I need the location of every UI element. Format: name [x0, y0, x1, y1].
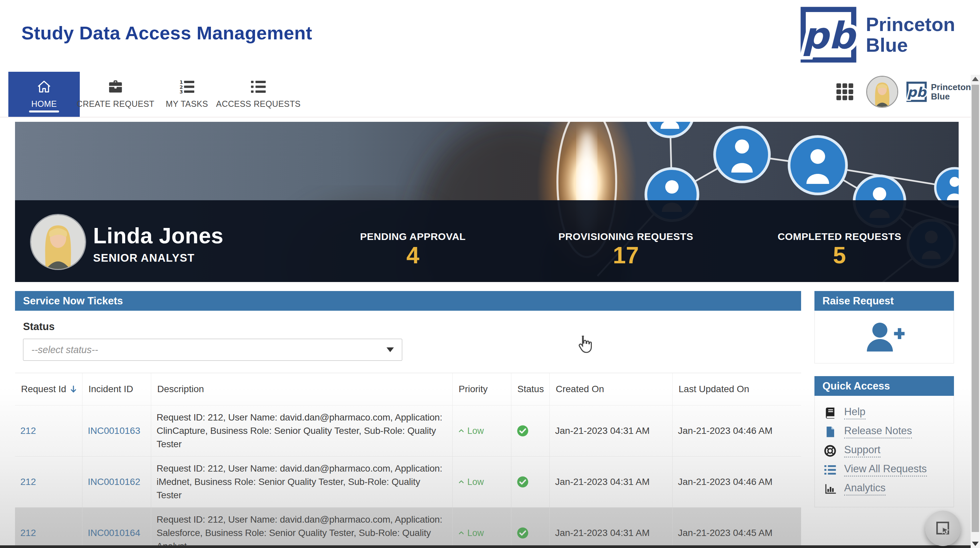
- incident-id-link[interactable]: INC0010162: [88, 477, 140, 487]
- last-updated-cell: Jan-21-2023 04:46 AM: [673, 457, 801, 507]
- quick-access-panel: Quick Access HelpRelease NotesSupportVie…: [815, 376, 954, 507]
- chevron-up-icon: [458, 530, 465, 536]
- nav-tab-access-requests[interactable]: ACCESS REQUESTS: [223, 72, 294, 117]
- hero-stat-completed-requests: COMPLETED REQUESTS5: [778, 231, 902, 267]
- request-id-cell: 212: [15, 405, 83, 456]
- cursor-box-icon: [935, 520, 951, 537]
- column-header-status[interactable]: Status: [511, 373, 550, 405]
- quick-access-links: HelpRelease NotesSupportView All Request…: [815, 396, 954, 507]
- scroll-up-arrow-icon[interactable]: [972, 77, 978, 81]
- column-header-last-updated-on[interactable]: Last Updated On: [673, 373, 801, 405]
- status-select[interactable]: --select status--: [23, 339, 402, 361]
- priority-label: Low: [467, 477, 484, 487]
- tickets-table: Request IdIncident IDDescriptionPriority…: [15, 373, 801, 548]
- status-filter-label: Status: [23, 321, 801, 333]
- panel-title: Service Now Tickets: [15, 291, 801, 311]
- request-id-link[interactable]: 212: [21, 426, 36, 436]
- quick-access-link-support[interactable]: Support: [815, 441, 954, 460]
- nav-tab-my-tasks[interactable]: 123MY TASKS: [151, 72, 223, 117]
- priority-value: Low: [458, 426, 484, 436]
- column-header-priority[interactable]: Priority: [453, 373, 511, 405]
- incident-id-cell: INC0010164: [83, 508, 151, 548]
- service-now-tickets-panel: Service Now Tickets Status --select stat…: [15, 291, 801, 548]
- check-circle-icon: [517, 476, 529, 488]
- nav-tab-create-request[interactable]: CREATE REQUEST: [80, 72, 151, 117]
- quick-access-link-release-notes[interactable]: Release Notes: [815, 422, 954, 441]
- request-id-link[interactable]: 212: [21, 477, 36, 487]
- hero-stat-provisioning-requests: PROVISIONING REQUESTS17: [558, 231, 693, 267]
- list-icon: [251, 79, 266, 94]
- quick-access-link-view-all-requests[interactable]: View All Requests: [815, 460, 954, 479]
- status-cell: [511, 457, 550, 507]
- vertical-scrollbar: [970, 75, 980, 548]
- chevron-down-icon: [387, 348, 394, 352]
- quick-access-title: Quick Access: [815, 376, 954, 396]
- incident-id-link[interactable]: INC0010164: [88, 527, 140, 538]
- created-on-cell: Jan-21-2023 04:31 AM: [550, 405, 673, 456]
- request-id-cell: 212: [15, 508, 83, 548]
- letterbox-strip: [0, 545, 980, 548]
- table-header-row: Request IdIncident IDDescriptionPriority…: [15, 373, 801, 405]
- screen-interaction-button[interactable]: [925, 511, 961, 546]
- quick-access-link-analytics[interactable]: Analytics: [815, 479, 954, 498]
- grid-icon[interactable]: [836, 83, 853, 100]
- user-avatar-large: [31, 215, 85, 269]
- request-id-link[interactable]: 212: [21, 527, 36, 538]
- priority-cell: Low: [453, 508, 511, 548]
- column-header-label: Priority: [459, 384, 488, 394]
- stat-value: 5: [778, 244, 902, 267]
- column-header-incident-id[interactable]: Incident ID: [83, 373, 151, 405]
- scrollbar-thumb[interactable]: [972, 85, 979, 532]
- column-header-description[interactable]: Description: [151, 373, 453, 405]
- brand-name: Princeton Blue: [866, 14, 955, 56]
- description-cell: Request ID: 212, User Name: david.dan@ph…: [151, 457, 453, 507]
- quick-access-label: Support: [844, 444, 881, 457]
- last-updated-cell: Jan-21-2023 04:45 AM: [673, 508, 801, 548]
- document-icon: [824, 426, 836, 438]
- quick-access-link-help[interactable]: Help: [815, 403, 954, 422]
- nav-tab-label: ACCESS REQUESTS: [216, 99, 301, 109]
- quick-access-label: Help: [844, 406, 865, 419]
- active-tab-underline: [29, 110, 59, 113]
- priority-label: Low: [467, 528, 484, 538]
- check-circle-icon: [517, 527, 529, 539]
- nav-tabs: HOMECREATE REQUEST123MY TASKSACCESS REQU…: [8, 72, 294, 117]
- table-body: 212INC0010163Request ID: 212, User Name:…: [15, 405, 801, 548]
- brand-name-line1: Princeton: [931, 83, 971, 92]
- scroll-down-arrow-icon[interactable]: [972, 542, 978, 546]
- table-row: 212INC0010162Request ID: 212, User Name:…: [15, 456, 801, 507]
- stat-label: PENDING APPROVAL: [360, 231, 466, 242]
- topbar-right: pb Princeton Blue: [836, 76, 971, 108]
- column-header-label: Created On: [556, 384, 604, 394]
- table-row: 212INC0010163Request ID: 212, User Name:…: [15, 405, 801, 456]
- nav-tab-home[interactable]: HOME: [8, 72, 80, 117]
- stat-label: PROVISIONING REQUESTS: [558, 231, 693, 242]
- right-sidebar: Raise Request Quick Access HelpRelease N…: [815, 291, 954, 507]
- quick-access-label: Release Notes: [844, 425, 912, 438]
- incident-id-link[interactable]: INC0010163: [88, 426, 140, 436]
- life-ring-icon: [824, 445, 836, 457]
- page-title: Study Data Access Management: [21, 22, 312, 44]
- stat-value: 4: [360, 244, 466, 267]
- column-header-created-on[interactable]: Created On: [550, 373, 673, 405]
- status-cell: [511, 405, 550, 456]
- column-header-request-id[interactable]: Request Id: [15, 373, 83, 405]
- raise-request-button[interactable]: [815, 311, 954, 364]
- priority-cell: Low: [453, 405, 511, 456]
- user-role: SENIOR ANALYST: [93, 252, 224, 264]
- book-icon: [824, 407, 836, 419]
- priority-cell: Low: [453, 457, 511, 507]
- user-avatar-small[interactable]: [866, 76, 898, 108]
- priority-label: Low: [467, 426, 484, 436]
- hero-banner: Linda Jones SENIOR ANALYST PENDING APPRO…: [15, 122, 959, 282]
- hero-info-band: Linda Jones SENIOR ANALYST PENDING APPRO…: [15, 200, 959, 282]
- status-cell: [511, 508, 550, 548]
- nav-tab-label: MY TASKS: [166, 99, 208, 109]
- status-select-placeholder: --select status--: [31, 345, 98, 356]
- table-row: 212INC0010164Request ID: 212, User Name:…: [15, 507, 801, 548]
- description-text: Request ID: 212, User Name: david.dan@ph…: [156, 462, 447, 502]
- bar-chart-icon: [824, 483, 836, 495]
- princeton-blue-logo-small[interactable]: pb Princeton Blue: [906, 81, 971, 102]
- description-cell: Request ID: 212, User Name: david.dan@ph…: [151, 508, 453, 548]
- quick-access-label: View All Requests: [844, 463, 927, 477]
